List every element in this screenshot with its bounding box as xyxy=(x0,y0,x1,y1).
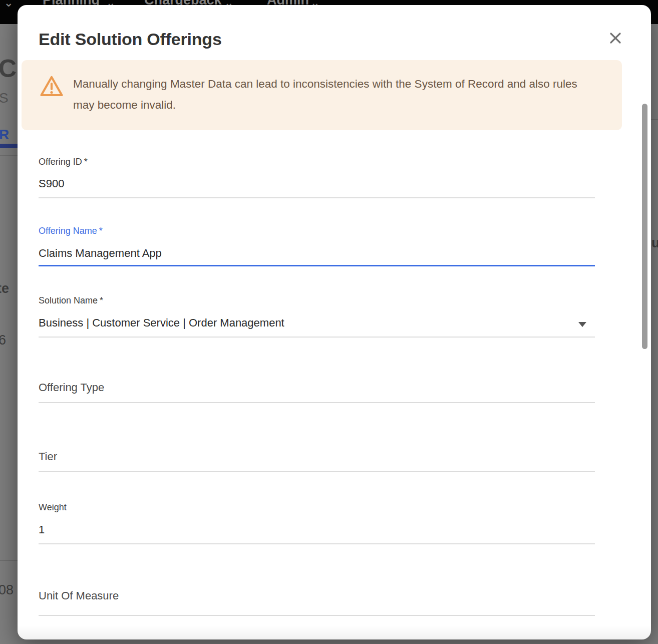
unit-of-measure-field[interactable]: Unit Of Measure xyxy=(39,589,595,603)
offering-type-field[interactable]: Offering Type xyxy=(39,381,595,395)
offering-id-input[interactable] xyxy=(39,176,595,191)
solution-name-label: Solution Name* xyxy=(39,295,595,306)
close-icon xyxy=(607,30,623,46)
close-button[interactable] xyxy=(602,25,628,51)
chevron-down-icon: ⌄ xyxy=(4,0,13,10)
offering-name-label: Offering Name* xyxy=(39,225,595,236)
offering-name-input[interactable] xyxy=(39,246,595,261)
bg-divider xyxy=(0,560,18,561)
dialog-scrollbar-thumb[interactable] xyxy=(642,104,647,349)
weight-field: Weight xyxy=(39,502,595,537)
bg-subtitle-fragment: S xyxy=(0,90,9,106)
offering-name-field: Offering Name* xyxy=(39,225,595,261)
bg-number-fragment: 6 xyxy=(0,333,6,348)
solution-name-select[interactable]: Business | Customer Service | Order Mana… xyxy=(39,315,595,331)
bg-column-fragment: te xyxy=(0,281,9,296)
offering-type-label: Offering Type xyxy=(39,381,595,395)
warning-triangle-icon xyxy=(40,75,64,98)
bg-divider xyxy=(0,155,18,156)
weight-label: Weight xyxy=(39,502,595,513)
weight-input[interactable] xyxy=(39,522,595,537)
field-underline xyxy=(39,543,595,544)
field-underline xyxy=(39,337,595,338)
solution-name-field: Solution Name* Business | Customer Servi… xyxy=(39,295,595,331)
bg-page-title-fragment: C xyxy=(0,54,17,83)
chevron-down-icon[interactable] xyxy=(578,322,586,327)
tier-field[interactable]: Tier xyxy=(39,450,595,464)
field-underline xyxy=(39,402,595,403)
warning-banner: Manually changing Master Data can lead t… xyxy=(22,60,622,130)
dialog-title: Edit Solution Offerings xyxy=(39,29,222,49)
field-underline xyxy=(39,615,595,616)
field-underline xyxy=(39,471,595,472)
bg-number-fragment: 08 xyxy=(0,582,14,598)
bg-text-fragment: u xyxy=(651,235,658,251)
field-underline-focused xyxy=(39,265,595,266)
edit-solution-offerings-dialog: Edit Solution Offerings Manually changin… xyxy=(18,5,651,639)
offering-id-field: Offering ID* xyxy=(39,156,595,191)
dialog-bottom-fade xyxy=(18,625,651,639)
warning-message: Manually changing Master Data can lead t… xyxy=(73,74,596,116)
tier-label: Tier xyxy=(39,450,595,464)
field-underline xyxy=(39,197,595,198)
unit-of-measure-label: Unit Of Measure xyxy=(39,589,595,603)
bg-divider xyxy=(651,119,658,120)
offering-id-label: Offering ID* xyxy=(39,156,595,167)
bg-active-tab-fragment: R xyxy=(0,127,9,143)
